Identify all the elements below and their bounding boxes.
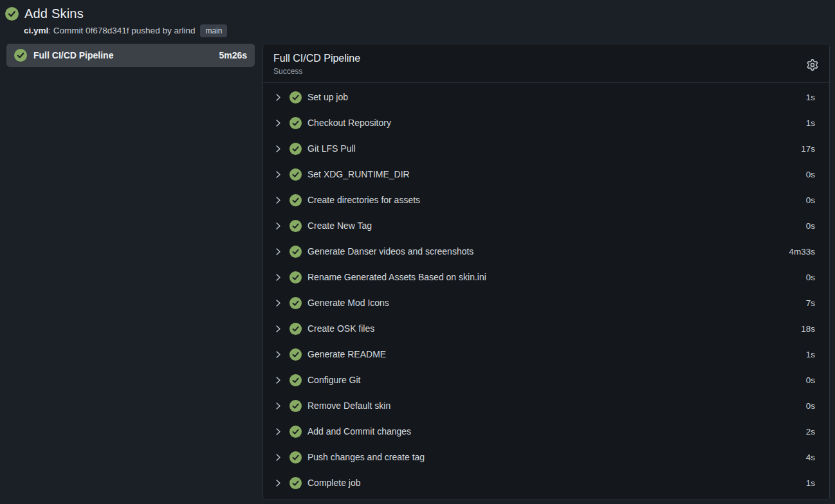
step-row[interactable]: Checkout Repository 1s [263,110,829,136]
step-duration: 4s [806,453,815,462]
step-success-icon [289,451,302,464]
step-duration: 0s [806,375,815,385]
step-duration: 1s [806,350,815,359]
step-duration: 18s [801,324,815,334]
step-row[interactable]: Configure Git 0s [263,367,829,393]
panel-job-status: Success [273,67,819,76]
step-row[interactable]: Rename Generated Assets Based on skin.in… [263,264,829,290]
step-name: Complete job [307,478,361,488]
step-duration: 4m33s [789,247,815,256]
panel-job-title: Full CI/CD Pipeline [273,53,819,64]
chevron-right-icon[interactable] [273,427,283,437]
step-name: Generate Mod Icons [307,298,389,308]
step-row[interactable]: Create OSK files 18s [263,316,829,341]
step-duration: 2s [806,427,815,437]
step-name: Checkout Repository [307,118,391,128]
step-success-icon [289,168,302,181]
step-name: Generate Danser videos and screenshots [307,246,473,256]
step-duration: 1s [806,478,815,488]
job-name: Full CI/CD Pipeline [33,50,113,60]
step-name: Set XDG_RUNTIME_DIR [307,169,410,179]
chevron-right-icon[interactable] [273,144,283,154]
step-success-icon [289,400,302,412]
step-name: Rename Generated Assets Based on skin.in… [307,272,486,282]
job-duration: 5m26s [219,50,247,60]
step-success-icon [289,271,302,284]
chevron-right-icon[interactable] [273,221,283,231]
chevron-right-icon[interactable] [273,247,283,256]
step-row[interactable]: Add and Commit changes 2s [263,419,829,444]
steps-list: Set up job 1s Checkout Repository 1s Git… [263,83,829,496]
step-row[interactable]: Git LFS Pull 17s [263,136,829,161]
run-header: Add Skins ci.yml: Commit 0f678d341f push… [0,0,835,37]
step-row[interactable]: Push changes and create tag 4s [263,444,829,470]
run-success-icon [5,7,19,21]
step-duration: 7s [806,298,815,308]
step-row[interactable]: Create New Tag 0s [263,213,829,239]
run-subtitle: ci.yml: Commit 0f678d341f pushed by arli… [24,24,830,37]
step-row[interactable]: Set XDG_RUNTIME_DIR 0s [263,161,829,187]
run-content: Full CI/CD Pipeline 5m26s Full CI/CD Pip… [0,44,835,500]
settings-button[interactable] [806,59,819,71]
step-name: Create directories for assets [307,195,420,205]
chevron-right-icon[interactable] [273,195,283,205]
step-name: Remove Default skin [307,401,390,411]
step-success-icon [289,220,302,232]
step-row[interactable]: Create directories for assets 0s [263,187,829,213]
jobs-sidebar: Full CI/CD Pipeline 5m26s [6,44,255,67]
step-duration: 1s [806,118,815,128]
step-name: Generate README [307,349,386,359]
chevron-right-icon[interactable] [273,453,283,462]
step-duration: 0s [806,195,815,205]
step-duration: 0s [806,273,815,282]
step-duration: 0s [806,170,815,179]
step-success-icon [289,348,302,361]
chevron-right-icon[interactable] [273,401,283,411]
page-title: Add Skins [24,6,84,21]
workflow-file-link[interactable]: ci.yml [24,26,48,35]
step-name: Push changes and create tag [307,452,425,462]
step-duration: 0s [806,221,815,231]
step-duration: 1s [806,93,815,102]
step-row[interactable]: Set up job 1s [263,84,829,110]
chevron-right-icon[interactable] [273,478,283,488]
step-row[interactable]: Generate Mod Icons 7s [263,290,829,316]
step-name: Create New Tag [307,221,372,231]
step-success-icon [289,323,302,335]
sidebar-job-item[interactable]: Full CI/CD Pipeline 5m26s [6,44,255,67]
chevron-right-icon[interactable] [273,170,283,179]
commit-info-text: : Commit 0f678d341f pushed by arlind [48,26,195,35]
gear-icon [807,59,818,71]
step-name: Configure Git [307,375,360,385]
step-duration: 17s [801,144,815,154]
chevron-right-icon[interactable] [273,118,283,128]
step-row[interactable]: Complete job 1s [263,470,829,496]
branch-badge[interactable]: main [200,24,227,37]
chevron-right-icon[interactable] [273,93,283,102]
step-success-icon [289,246,302,258]
step-success-icon [289,143,302,155]
panel-header: Full CI/CD Pipeline Success [263,44,829,83]
chevron-right-icon[interactable] [273,273,283,282]
step-success-icon [289,117,302,129]
chevron-right-icon[interactable] [273,375,283,385]
step-row[interactable]: Remove Default skin 0s [263,393,829,419]
step-success-icon [289,426,302,438]
step-name: Git LFS Pull [307,143,356,154]
job-success-icon [14,49,27,62]
step-success-icon [289,194,302,206]
step-name: Create OSK files [307,323,374,334]
step-success-icon [289,477,302,489]
step-success-icon [289,91,302,104]
step-duration: 0s [806,401,815,411]
step-success-icon [289,374,302,386]
step-row[interactable]: Generate Danser videos and screenshots 4… [263,239,829,264]
chevron-right-icon[interactable] [273,324,283,334]
chevron-right-icon[interactable] [273,298,283,308]
job-detail-panel: Full CI/CD Pipeline Success Set up job 1… [262,44,830,500]
step-success-icon [289,297,302,309]
step-name: Add and Commit changes [307,426,411,437]
step-name: Set up job [307,92,348,102]
chevron-right-icon[interactable] [273,350,283,359]
step-row[interactable]: Generate README 1s [263,341,829,367]
